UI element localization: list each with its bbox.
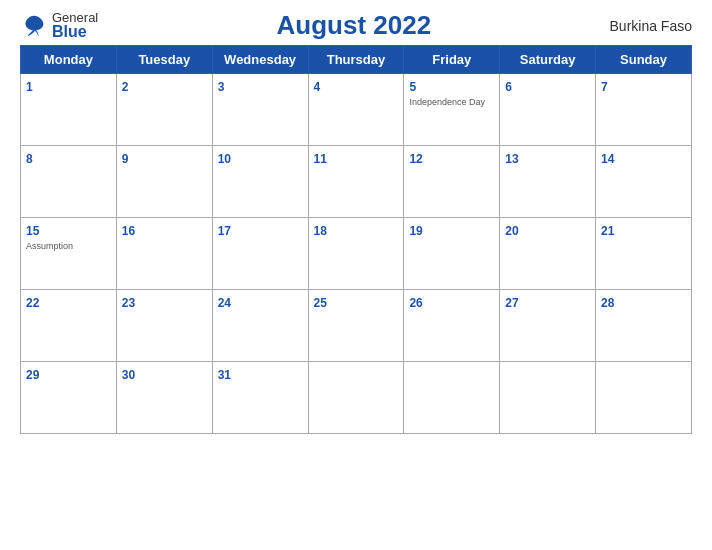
calendar-cell: 22 xyxy=(21,290,117,362)
calendar-title: August 2022 xyxy=(277,10,432,41)
day-number: 17 xyxy=(218,224,231,238)
calendar-cell: 17 xyxy=(212,218,308,290)
calendar-table: MondayTuesdayWednesdayThursdayFridaySatu… xyxy=(20,45,692,434)
week-row-5: 293031 xyxy=(21,362,692,434)
calendar-cell: 15Assumption xyxy=(21,218,117,290)
day-number: 7 xyxy=(601,80,608,94)
week-row-1: 12345Independence Day67 xyxy=(21,74,692,146)
calendar-cell: 11 xyxy=(308,146,404,218)
calendar-cell: 14 xyxy=(596,146,692,218)
calendar-cell: 6 xyxy=(500,74,596,146)
calendar-cell: 24 xyxy=(212,290,308,362)
weekday-header-saturday: Saturday xyxy=(500,46,596,74)
calendar-cell: 31 xyxy=(212,362,308,434)
day-number: 11 xyxy=(314,152,327,166)
day-number: 5 xyxy=(409,80,416,94)
holiday-label: Independence Day xyxy=(409,97,494,108)
calendar-cell: 3 xyxy=(212,74,308,146)
calendar-cell xyxy=(308,362,404,434)
day-number: 10 xyxy=(218,152,231,166)
day-number: 22 xyxy=(26,296,39,310)
day-number: 18 xyxy=(314,224,327,238)
day-number: 20 xyxy=(505,224,518,238)
day-number: 3 xyxy=(218,80,225,94)
weekday-header-tuesday: Tuesday xyxy=(116,46,212,74)
day-number: 2 xyxy=(122,80,129,94)
week-row-4: 22232425262728 xyxy=(21,290,692,362)
day-number: 28 xyxy=(601,296,614,310)
day-number: 19 xyxy=(409,224,422,238)
weekday-header-friday: Friday xyxy=(404,46,500,74)
day-number: 26 xyxy=(409,296,422,310)
weekday-header-row: MondayTuesdayWednesdayThursdayFridaySatu… xyxy=(21,46,692,74)
day-number: 29 xyxy=(26,368,39,382)
day-number: 15 xyxy=(26,224,39,238)
weekday-header-wednesday: Wednesday xyxy=(212,46,308,74)
calendar-cell: 12 xyxy=(404,146,500,218)
day-number: 8 xyxy=(26,152,33,166)
day-number: 12 xyxy=(409,152,422,166)
calendar-cell xyxy=(404,362,500,434)
day-number: 6 xyxy=(505,80,512,94)
calendar-cell: 18 xyxy=(308,218,404,290)
logo-text: General Blue xyxy=(52,11,98,40)
calendar-cell: 10 xyxy=(212,146,308,218)
day-number: 16 xyxy=(122,224,135,238)
day-number: 23 xyxy=(122,296,135,310)
day-number: 31 xyxy=(218,368,231,382)
week-row-2: 891011121314 xyxy=(21,146,692,218)
calendar-cell: 13 xyxy=(500,146,596,218)
calendar-cell: 29 xyxy=(21,362,117,434)
calendar-cell: 7 xyxy=(596,74,692,146)
weekday-header-sunday: Sunday xyxy=(596,46,692,74)
day-number: 21 xyxy=(601,224,614,238)
calendar-cell: 30 xyxy=(116,362,212,434)
day-number: 24 xyxy=(218,296,231,310)
calendar-cell: 9 xyxy=(116,146,212,218)
calendar-cell: 25 xyxy=(308,290,404,362)
day-number: 13 xyxy=(505,152,518,166)
calendar-header: General Blue August 2022 Burkina Faso xyxy=(20,10,692,41)
calendar-cell: 8 xyxy=(21,146,117,218)
country-label: Burkina Faso xyxy=(610,18,692,34)
calendar-cell: 21 xyxy=(596,218,692,290)
calendar-cell: 20 xyxy=(500,218,596,290)
calendar-cell: 28 xyxy=(596,290,692,362)
calendar-cell: 5Independence Day xyxy=(404,74,500,146)
calendar-cell xyxy=(596,362,692,434)
calendar-cell: 26 xyxy=(404,290,500,362)
calendar-cell: 16 xyxy=(116,218,212,290)
calendar-cell: 19 xyxy=(404,218,500,290)
weekday-header-thursday: Thursday xyxy=(308,46,404,74)
calendar-cell: 2 xyxy=(116,74,212,146)
calendar-cell xyxy=(500,362,596,434)
calendar-cell: 23 xyxy=(116,290,212,362)
day-number: 14 xyxy=(601,152,614,166)
week-row-3: 15Assumption161718192021 xyxy=(21,218,692,290)
holiday-label: Assumption xyxy=(26,241,111,252)
calendar-cell: 1 xyxy=(21,74,117,146)
day-number: 27 xyxy=(505,296,518,310)
day-number: 30 xyxy=(122,368,135,382)
weekday-header-monday: Monday xyxy=(21,46,117,74)
day-number: 9 xyxy=(122,152,129,166)
logo-blue: Blue xyxy=(52,24,98,40)
day-number: 4 xyxy=(314,80,321,94)
logo-bird-icon xyxy=(20,12,48,40)
logo: General Blue xyxy=(20,11,98,40)
day-number: 25 xyxy=(314,296,327,310)
day-number: 1 xyxy=(26,80,33,94)
calendar-cell: 27 xyxy=(500,290,596,362)
calendar-cell: 4 xyxy=(308,74,404,146)
